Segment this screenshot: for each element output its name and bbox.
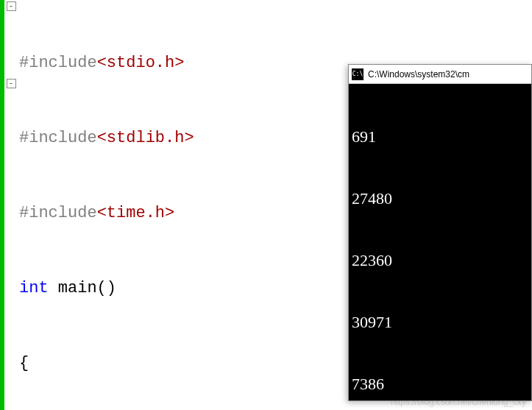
include-path: <stdlib.h> <box>97 129 194 147</box>
code-text: { <box>19 354 29 372</box>
code-text: main() <box>49 279 116 297</box>
include-path: <stdio.h> <box>97 54 185 72</box>
console-titlebar[interactable]: C:\ C:\Windows\system32\cm <box>349 65 531 84</box>
fold-toggle[interactable]: - <box>7 79 16 88</box>
output-line: 691 <box>352 127 528 147</box>
output-line: 22360 <box>352 250 528 271</box>
include-path: <time.h> <box>97 204 175 222</box>
preprocessor: #include <box>19 129 97 147</box>
preprocessor: #include <box>19 54 97 72</box>
console-title: C:\Windows\system32\cm <box>368 69 469 79</box>
preprocessor: #include <box>19 204 97 222</box>
console-output[interactable]: 691 27480 22360 30971 7386 10711 8263 38… <box>349 84 531 410</box>
console-window[interactable]: C:\ C:\Windows\system32\cm 691 27480 223… <box>348 64 532 401</box>
output-line: 7386 <box>352 374 528 395</box>
cmd-icon: C:\ <box>352 68 363 80</box>
output-line: 27480 <box>352 188 528 209</box>
fold-gutter[interactable]: - - <box>4 0 18 410</box>
output-line: 30971 <box>352 312 528 333</box>
fold-toggle[interactable]: - <box>7 1 16 11</box>
keyword: int <box>19 279 49 297</box>
